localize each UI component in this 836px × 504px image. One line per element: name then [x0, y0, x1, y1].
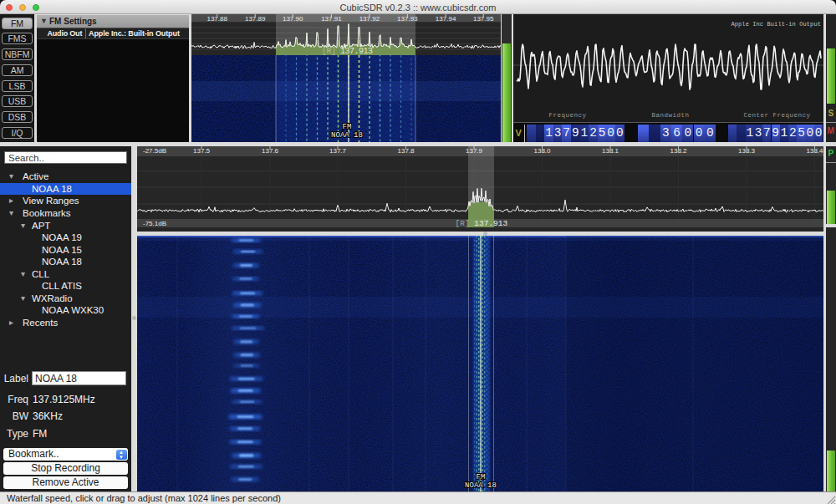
- svg-text:NOAA 18: NOAA 18: [331, 131, 363, 140]
- svg-text:FM: FM: [477, 473, 486, 481]
- svg-text:-75.1dB: -75.1dB: [143, 220, 166, 227]
- svg-text:Apple Inc Built-in Output: Apple Inc Built-in Output: [731, 21, 821, 28]
- svg-text:-27.5dB: -27.5dB: [143, 147, 166, 155]
- svg-text:FM: FM: [343, 123, 352, 131]
- svg-text:[R] 137.913: [R] 137.913: [456, 219, 508, 228]
- svg-text:[R] 137.913: [R] 137.913: [322, 47, 373, 56]
- svg-text:NOAA 18: NOAA 18: [465, 481, 497, 490]
